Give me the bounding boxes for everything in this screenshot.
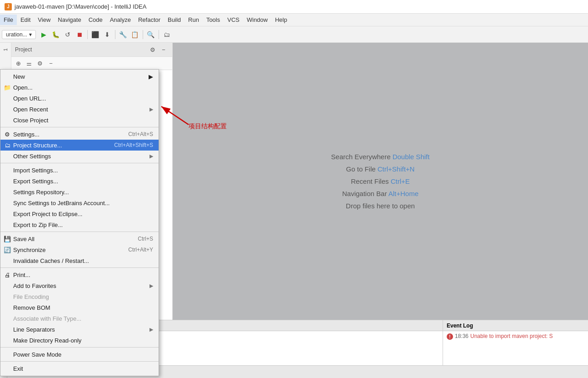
project-structure-icon: 🗂 bbox=[3, 142, 11, 149]
menu-code[interactable]: Code bbox=[85, 15, 106, 25]
run-config-selector[interactable]: uration... ▾ bbox=[2, 30, 36, 39]
file-encoding-label: File Encoding bbox=[13, 293, 49, 300]
open-icon: 📁 bbox=[3, 84, 11, 91]
event-log-time: 18:36 bbox=[455, 333, 468, 339]
toolbar-separator-4 bbox=[159, 30, 159, 39]
associate-file-type-label: Associate with File Type... bbox=[13, 315, 81, 322]
content-area: Search Everywhere Double Shift Go to Fil… bbox=[173, 43, 588, 320]
event-log-message: Unable to import maven project: S bbox=[470, 333, 553, 339]
run-with-coverage-button[interactable]: ↺ bbox=[62, 29, 73, 40]
file-menu-make-read-only[interactable]: Make Directory Read-only bbox=[0, 335, 159, 346]
project-toolbar: ⊕ ⚌ ⚙ − bbox=[11, 57, 172, 70]
separator-2 bbox=[0, 163, 159, 163]
drop-files-hint: Drop files here to open bbox=[331, 202, 430, 210]
new-label: New bbox=[13, 73, 25, 80]
project-settings-icon[interactable]: ⚙ bbox=[148, 45, 158, 55]
power-save-label: Power Save Mode bbox=[13, 351, 61, 358]
run-config-arrow: ▾ bbox=[29, 31, 32, 38]
menubar: File Edit View Navigate Code Analyze Ref… bbox=[0, 14, 588, 26]
file-menu-power-save[interactable]: Power Save Mode bbox=[0, 349, 159, 360]
file-menu-export-settings[interactable]: Export Settings... bbox=[0, 176, 159, 186]
separator-4 bbox=[0, 267, 159, 268]
vcs-button[interactable]: 🗂 bbox=[161, 29, 172, 40]
save-all-icon: 💾 bbox=[3, 236, 11, 242]
toolbar-separator-2 bbox=[115, 30, 115, 39]
project-tool-filter[interactable]: ⚌ bbox=[24, 58, 34, 68]
menu-navigate[interactable]: Navigate bbox=[54, 15, 85, 25]
menu-window[interactable]: Window bbox=[243, 15, 271, 25]
event-log-panel: Event Log ! 18:36 Unable to import maven… bbox=[443, 320, 588, 365]
file-menu-exit[interactable]: Exit bbox=[0, 363, 159, 374]
debug-button[interactable]: 🐛 bbox=[50, 29, 61, 40]
file-menu-open[interactable]: 📁 Open... bbox=[0, 82, 159, 93]
file-menu-close-project[interactable]: Close Project bbox=[0, 115, 159, 126]
menu-refactor[interactable]: Refactor bbox=[135, 15, 164, 25]
close-project-label: Close Project bbox=[13, 117, 48, 124]
line-separators-label: Line Separators bbox=[13, 326, 55, 333]
file-menu-settings-repo[interactable]: Settings Repository... bbox=[0, 186, 159, 197]
file-menu-import-settings[interactable]: Import Settings... bbox=[0, 165, 159, 176]
settings-icon: ⚙ bbox=[3, 131, 11, 138]
print-label: Print... bbox=[13, 272, 30, 278]
event-log-area: Event Log bbox=[108, 369, 588, 375]
event-log-header: Event Log bbox=[443, 320, 588, 331]
open-recent-label: Open Recent bbox=[13, 106, 48, 113]
make-read-only-label: Make Directory Read-only bbox=[13, 337, 81, 344]
build-button[interactable]: ⬛ bbox=[90, 29, 101, 40]
settings-shortcut: Ctrl+Alt+S bbox=[128, 131, 153, 137]
file-menu-sync-settings[interactable]: Sync Settings to JetBrains Account... bbox=[0, 197, 159, 208]
file-menu-export-zip[interactable]: Export to Zip File... bbox=[0, 219, 159, 230]
file-menu-other-settings[interactable]: Other Settings ▶ bbox=[0, 151, 159, 161]
file-menu-remove-bom[interactable]: Remove BOM bbox=[0, 302, 159, 313]
file-menu-save-all[interactable]: 💾 Save All Ctrl+S bbox=[0, 233, 159, 244]
project-collapse-icon[interactable]: − bbox=[159, 45, 169, 55]
file-menu-new[interactable]: New ▶ bbox=[0, 71, 159, 82]
separator-5 bbox=[0, 347, 159, 348]
menu-file[interactable]: File bbox=[0, 15, 17, 25]
project-panel-title: Project bbox=[15, 46, 32, 53]
menu-build[interactable]: Build bbox=[164, 15, 184, 25]
file-menu-dropdown: New ▶ 📁 Open... Open URL... Open Recent … bbox=[0, 69, 159, 376]
print-icon: 🖨 bbox=[3, 272, 11, 278]
settings-button[interactable]: 🔧 bbox=[118, 29, 129, 40]
sidebar-vertical-label: 1 bbox=[3, 48, 8, 51]
add-favorites-arrow: ▶ bbox=[149, 283, 153, 289]
file-menu-add-favorites[interactable]: Add to Favorites ▶ bbox=[0, 280, 159, 291]
download-button[interactable]: ⬇ bbox=[102, 29, 113, 40]
menu-vcs[interactable]: VCS bbox=[224, 15, 243, 25]
project-tool-minus[interactable]: − bbox=[46, 58, 56, 68]
file-menu-print[interactable]: 🖨 Print... bbox=[0, 269, 159, 280]
file-menu-line-separators[interactable]: Line Separators ▶ bbox=[0, 324, 159, 335]
separator-3 bbox=[0, 232, 159, 232]
save-all-label: Save All bbox=[13, 236, 35, 242]
file-menu-associate-file-type: Associate with File Type... bbox=[0, 313, 159, 324]
other-settings-arrow: ▶ bbox=[149, 153, 153, 159]
menu-edit[interactable]: Edit bbox=[17, 15, 34, 25]
file-menu-open-url[interactable]: Open URL... bbox=[0, 93, 159, 104]
event-log-error-icon: ! bbox=[447, 333, 453, 340]
file-menu-synchronize[interactable]: 🔄 Synchronize Ctrl+Alt+Y bbox=[0, 244, 159, 255]
project-panel-header: Project ⚙ − bbox=[11, 43, 172, 57]
line-separators-arrow: ▶ bbox=[149, 327, 153, 333]
export-eclipse-label: Export Project to Eclipse... bbox=[13, 211, 82, 217]
menu-analyze[interactable]: Analyze bbox=[106, 15, 135, 25]
menu-tools[interactable]: Tools bbox=[203, 15, 224, 25]
menu-view[interactable]: View bbox=[34, 15, 54, 25]
project-struct-button[interactable]: 📋 bbox=[130, 29, 140, 40]
remove-bom-label: Remove BOM bbox=[13, 304, 50, 311]
search-everywhere-button[interactable]: 🔍 bbox=[145, 29, 156, 40]
file-menu-settings[interactable]: ⚙ Settings... Ctrl+Alt+S bbox=[0, 129, 159, 140]
file-menu-project-structure[interactable]: 🗂 Project Structure... Ctrl+Alt+Shift+S bbox=[0, 140, 159, 151]
file-menu-export-eclipse[interactable]: Export Project to Eclipse... bbox=[0, 208, 159, 219]
run-button[interactable]: ▶ bbox=[39, 29, 50, 40]
menu-help[interactable]: Help bbox=[271, 15, 291, 25]
menu-run[interactable]: Run bbox=[184, 15, 203, 25]
file-menu-open-recent[interactable]: Open Recent ▶ bbox=[0, 104, 159, 115]
stop-button[interactable]: ⏹ bbox=[74, 29, 85, 40]
file-menu-invalidate-caches[interactable]: Invalidate Caches / Restart... bbox=[0, 255, 159, 266]
settings-label: Settings... bbox=[13, 131, 40, 138]
separator-1 bbox=[0, 127, 159, 127]
event-log-title: Event Log bbox=[447, 323, 473, 329]
project-tool-gear[interactable]: ⚙ bbox=[35, 58, 45, 68]
project-tool-add[interactable]: ⊕ bbox=[13, 58, 23, 68]
